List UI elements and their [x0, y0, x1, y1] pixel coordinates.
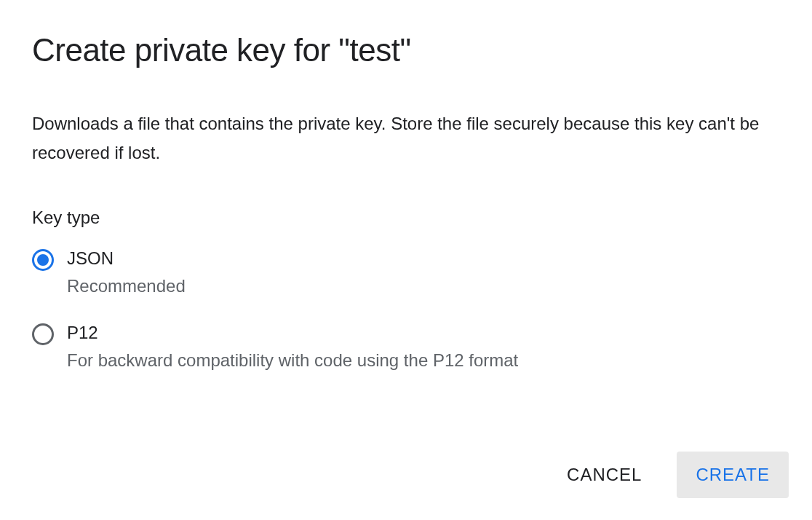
radio-label-p12: P12 — [67, 323, 518, 343]
cancel-button[interactable]: CANCEL — [549, 452, 659, 498]
create-button[interactable]: CREATE — [677, 452, 789, 498]
radio-content: JSON Recommended — [67, 248, 186, 296]
key-type-radio-group: JSON Recommended P12 For backward compat… — [32, 248, 780, 371]
radio-content: P12 For backward compatibility with code… — [67, 323, 518, 371]
radio-circle-icon — [32, 323, 54, 345]
radio-option-p12[interactable]: P12 For backward compatibility with code… — [32, 323, 780, 371]
radio-circle-icon — [32, 249, 54, 271]
create-private-key-dialog: Create private key for "test" Downloads … — [0, 0, 812, 371]
radio-hint-p12: For backward compatibility with code usi… — [67, 350, 518, 371]
radio-option-json[interactable]: JSON Recommended — [32, 248, 780, 296]
dialog-title: Create private key for "test" — [32, 32, 780, 68]
key-type-label: Key type — [32, 208, 780, 228]
dialog-actions: CANCEL CREATE — [549, 452, 789, 498]
dialog-description: Downloads a file that contains the priva… — [32, 109, 760, 167]
radio-label-json: JSON — [67, 248, 186, 269]
radio-hint-json: Recommended — [67, 276, 186, 296]
